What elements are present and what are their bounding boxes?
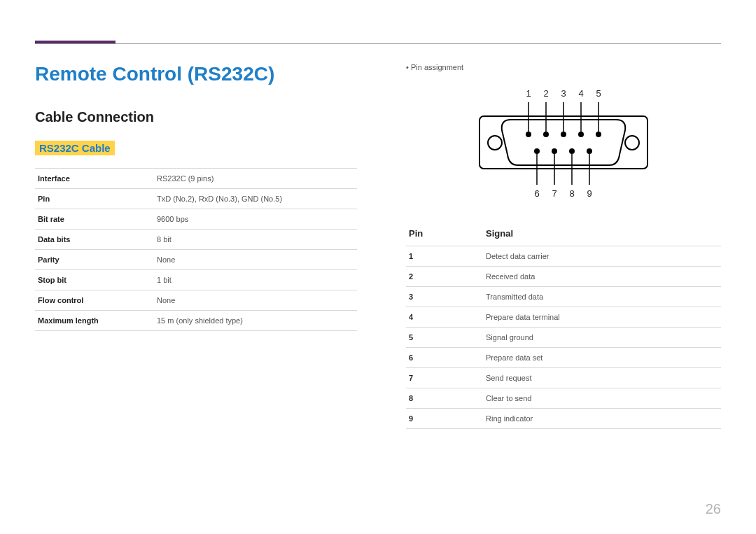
spec-table: InterfaceRS232C (9 pins)PinTxD (No.2), R…	[35, 168, 357, 331]
pin-number: 3	[406, 287, 483, 307]
page-title: Remote Control (RS232C)	[35, 63, 357, 85]
pin-label-bottom: 8	[569, 188, 574, 199]
table-row: Stop bit1 bit	[35, 270, 357, 290]
pin-signal: Ring indicator	[483, 409, 721, 429]
pin-signal: Prepare data terminal	[483, 307, 721, 328]
pin-label-bottom: 7	[552, 188, 556, 199]
spec-key: Interface	[35, 169, 154, 189]
screw-right	[625, 136, 639, 150]
pin-number: 1	[406, 246, 483, 267]
connector-diagram: 12345 6789	[406, 81, 721, 207]
left-column: Remote Control (RS232C) Cable Connection…	[35, 63, 357, 429]
spec-value: 15 m (only shielded type)	[154, 311, 357, 331]
pin-dot	[578, 132, 584, 137]
pin-dot	[552, 148, 557, 154]
content-columns: Remote Control (RS232C) Cable Connection…	[35, 0, 721, 429]
spec-value: TxD (No.2), RxD (No.3), GND (No.5)	[154, 189, 357, 209]
pin-label-top: 5	[596, 88, 601, 99]
table-row: Bit rate9600 bps	[35, 209, 357, 230]
pin-label-top: 1	[526, 88, 531, 99]
table-row: Maximum length15 m (only shielded type)	[35, 311, 357, 331]
spec-key: Pin	[35, 189, 154, 209]
pin-label-top: 2	[543, 88, 548, 99]
pin-number: 4	[406, 307, 483, 328]
pin-number: 5	[406, 328, 483, 348]
header-divider	[35, 43, 721, 44]
pin-dot	[543, 132, 549, 137]
pin-dot	[596, 132, 601, 137]
pin-number: 7	[406, 368, 483, 388]
table-row: 7Send request	[406, 368, 721, 388]
pin-label-bottom: 9	[587, 188, 592, 199]
pin-dot	[534, 148, 540, 154]
screw-left	[488, 136, 502, 150]
table-row: 1Detect data carrier	[406, 246, 721, 267]
spec-value: None	[154, 250, 357, 270]
table-row: 6Prepare data set	[406, 348, 721, 368]
pin-dot	[569, 148, 575, 154]
spec-value: RS232C (9 pins)	[154, 169, 357, 189]
spec-value: 9600 bps	[154, 209, 357, 230]
pin-signal: Received data	[483, 267, 721, 287]
spec-value: 8 bit	[154, 230, 357, 250]
pin-signal: Detect data carrier	[483, 246, 721, 267]
table-row: PinTxD (No.2), RxD (No.3), GND (No.5)	[35, 189, 357, 209]
table-row: Data bits8 bit	[35, 230, 357, 250]
pin-dot	[526, 132, 531, 137]
table-row: 9Ring indicator	[406, 409, 721, 429]
table-row: 5Signal ground	[406, 328, 721, 348]
pin-labels-top: 12345	[526, 88, 601, 99]
right-column: Pin assignment 12345 6789 Pin	[406, 63, 721, 429]
pin-dot	[587, 148, 592, 154]
table-row: 3Transmitted data	[406, 287, 721, 307]
pin-signal: Prepare data set	[483, 348, 721, 368]
pin-dot	[561, 132, 566, 137]
table-row: InterfaceRS232C (9 pins)	[35, 169, 357, 189]
pin-signal-table: Pin Signal 1Detect data carrier2Received…	[406, 221, 721, 429]
spec-key: Stop bit	[35, 270, 154, 290]
table-row: ParityNone	[35, 250, 357, 270]
signal-header: Signal	[483, 221, 721, 246]
db9-connector-svg: 12345 6789	[472, 81, 654, 207]
section-heading: Cable Connection	[35, 109, 357, 125]
table-row: 4Prepare data terminal	[406, 307, 721, 328]
pin-header: Pin	[406, 221, 483, 246]
pin-assignment-bullet: Pin assignment	[406, 63, 721, 71]
spec-value: None	[154, 290, 357, 311]
pin-labels-bottom: 6789	[534, 188, 592, 199]
table-row: 2Received data	[406, 267, 721, 287]
table-row: 8Clear to send	[406, 388, 721, 409]
pin-signal: Send request	[483, 368, 721, 388]
table-row: Flow controlNone	[35, 290, 357, 311]
pin-number: 2	[406, 267, 483, 287]
pin-signal: Signal ground	[483, 328, 721, 348]
pin-label-top: 4	[578, 88, 583, 99]
spec-value: 1 bit	[154, 270, 357, 290]
spec-key: Parity	[35, 250, 154, 270]
page-number: 26	[706, 501, 721, 517]
pin-number: 9	[406, 409, 483, 429]
pin-signal: Clear to send	[483, 388, 721, 409]
subsection-label: RS232C Cable	[35, 141, 115, 155]
spec-key: Data bits	[35, 230, 154, 250]
pin-label-bottom: 6	[534, 188, 539, 199]
pin-number: 6	[406, 348, 483, 368]
spec-key: Bit rate	[35, 209, 154, 230]
spec-key: Flow control	[35, 290, 154, 311]
spec-key: Maximum length	[35, 311, 154, 331]
pin-number: 8	[406, 388, 483, 409]
pin-label-top: 3	[561, 88, 566, 99]
pin-signal: Transmitted data	[483, 287, 721, 307]
